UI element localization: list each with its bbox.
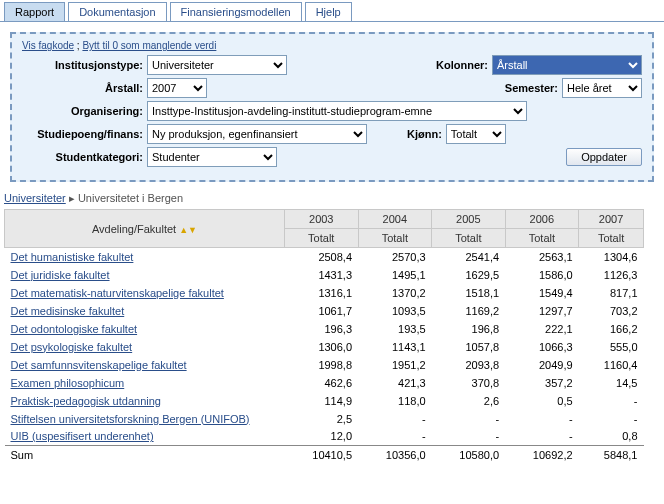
label-institusjonstype: Institusjonstype: [22, 59, 147, 71]
table-row: Det psykologiske fakultet1306,01143,1105… [5, 338, 644, 356]
cell: 2570,3 [358, 248, 432, 266]
sum-cell: 10410,5 [285, 446, 359, 464]
cell: 357,2 [505, 374, 579, 392]
row-link[interactable]: Det medisinske fakultet [11, 305, 125, 317]
row-link[interactable]: Stiftelsen universitetsforskning Bergen … [11, 413, 250, 425]
label-arstall: Årstall: [22, 82, 147, 94]
link-bytt-null[interactable]: Bytt til 0 som manglende verdi [82, 40, 216, 51]
cell: 1169,2 [432, 302, 506, 320]
label-studentkategori: Studentkategori: [22, 151, 147, 163]
cell: 2563,1 [505, 248, 579, 266]
select-kolonner[interactable]: Årstall [492, 55, 642, 75]
cell: 1629,5 [432, 266, 506, 284]
cell: 1495,1 [358, 266, 432, 284]
link-vis-fagkode[interactable]: Vis fagkode [22, 40, 74, 51]
cell: - [579, 392, 644, 410]
cell: 114,9 [285, 392, 359, 410]
sum-row: Sum10410,510356,010580,010692,25848,1 [5, 446, 644, 464]
row-link[interactable]: Det samfunnsvitenskapelige fakultet [11, 359, 187, 371]
table-row: Det humanistiske fakultet2508,42570,3254… [5, 248, 644, 266]
cell: 12,0 [285, 428, 359, 446]
label-kjonn: Kjønn: [387, 128, 446, 140]
table-row: Det samfunnsvitenskapelige fakultet1998,… [5, 356, 644, 374]
cell: 2093,8 [432, 356, 506, 374]
sub-2007: Totalt [579, 229, 644, 248]
cell: 462,6 [285, 374, 359, 392]
cell: 1061,7 [285, 302, 359, 320]
table-row: Det matematisk-naturvitenskapelige fakul… [5, 284, 644, 302]
row-link[interactable]: UIB (uspesifisert underenhet) [11, 430, 154, 442]
row-link[interactable]: Det humanistiske fakultet [11, 251, 134, 263]
cell: 1998,8 [285, 356, 359, 374]
cell: 2,6 [432, 392, 506, 410]
cell: 1143,1 [358, 338, 432, 356]
row-link[interactable]: Det matematisk-naturvitenskapelige fakul… [11, 287, 224, 299]
cell: 1306,0 [285, 338, 359, 356]
sort-icon[interactable]: ▲▼ [179, 225, 197, 235]
row-link[interactable]: Det psykologiske fakultet [11, 341, 133, 353]
table-row: Det odontologiske fakultet196,3193,5196,… [5, 320, 644, 338]
oppdater-button[interactable]: Oppdater [566, 148, 642, 166]
select-institusjonstype[interactable]: Universiteter [147, 55, 287, 75]
sub-2003: Totalt [285, 229, 359, 248]
select-studentkategori[interactable]: Studenter [147, 147, 277, 167]
cell: - [432, 428, 506, 446]
row-link[interactable]: Examen philosophicum [11, 377, 125, 389]
col-header-2005[interactable]: 2005 [432, 210, 506, 229]
cell: 370,8 [432, 374, 506, 392]
cell: 196,8 [432, 320, 506, 338]
breadcrumb-root[interactable]: Universiteter [4, 192, 66, 204]
table-row: Stiftelsen universitetsforskning Bergen … [5, 410, 644, 428]
row-link[interactable]: Det juridiske fakultet [11, 269, 110, 281]
cell: 703,2 [579, 302, 644, 320]
sum-cell: 10692,2 [505, 446, 579, 464]
filter-links: Vis fagkode ; Bytt til 0 som manglende v… [22, 40, 642, 51]
tab-finansieringsmodellen[interactable]: Finansieringsmodellen [170, 2, 302, 21]
select-arstall[interactable]: 2007 [147, 78, 207, 98]
cell: 1316,1 [285, 284, 359, 302]
row-link[interactable]: Praktisk-pedagogisk utdanning [11, 395, 161, 407]
cell: 1160,4 [579, 356, 644, 374]
col-header-2003[interactable]: 2003 [285, 210, 359, 229]
label-semester: Semester: [485, 82, 562, 94]
select-semester[interactable]: Hele året [562, 78, 642, 98]
cell: 1126,3 [579, 266, 644, 284]
cell: - [505, 410, 579, 428]
cell: 0,8 [579, 428, 644, 446]
tab-bar: Rapport Dokumentasjon Finansieringsmodel… [0, 0, 664, 22]
cell: 1066,3 [505, 338, 579, 356]
breadcrumb: Universiteter ▸ Universitetet i Bergen [4, 192, 660, 205]
cell: 421,3 [358, 374, 432, 392]
select-kjonn[interactable]: Totalt [446, 124, 506, 144]
table-row: Det medisinske fakultet1061,71093,51169,… [5, 302, 644, 320]
select-organisering[interactable]: Insttype-Institusjon-avdeling-institutt-… [147, 101, 527, 121]
col-header-2006[interactable]: 2006 [505, 210, 579, 229]
sum-cell: 10356,0 [358, 446, 432, 464]
cell: - [432, 410, 506, 428]
table-row: Praktisk-pedagogisk utdanning114,9118,02… [5, 392, 644, 410]
col-header-2004[interactable]: 2004 [358, 210, 432, 229]
sum-cell: 10580,0 [432, 446, 506, 464]
breadcrumb-current: Universitetet i Bergen [78, 192, 183, 204]
cell: 118,0 [358, 392, 432, 410]
label-kolonner: Kolonner: [416, 59, 492, 71]
sub-2006: Totalt [505, 229, 579, 248]
tab-dokumentasjon[interactable]: Dokumentasjon [68, 2, 166, 21]
tab-rapport[interactable]: Rapport [4, 2, 65, 21]
cell: 0,5 [505, 392, 579, 410]
col-header-2007[interactable]: 2007 [579, 210, 644, 229]
sub-2004: Totalt [358, 229, 432, 248]
cell: 817,1 [579, 284, 644, 302]
row-link[interactable]: Det odontologiske fakultet [11, 323, 138, 335]
cell: 1093,5 [358, 302, 432, 320]
cell: - [358, 410, 432, 428]
tab-hjelp[interactable]: Hjelp [305, 2, 352, 21]
sub-2005: Totalt [432, 229, 506, 248]
cell: 1518,1 [432, 284, 506, 302]
select-studiepoeng[interactable]: Ny produksjon, egenfinansiert [147, 124, 367, 144]
table-row: Examen philosophicum462,6421,3370,8357,2… [5, 374, 644, 392]
cell: 1304,6 [579, 248, 644, 266]
col-header-fakultet[interactable]: Avdeling/Fakultet ▲▼ [5, 210, 285, 248]
cell: 2508,4 [285, 248, 359, 266]
cell: 196,3 [285, 320, 359, 338]
